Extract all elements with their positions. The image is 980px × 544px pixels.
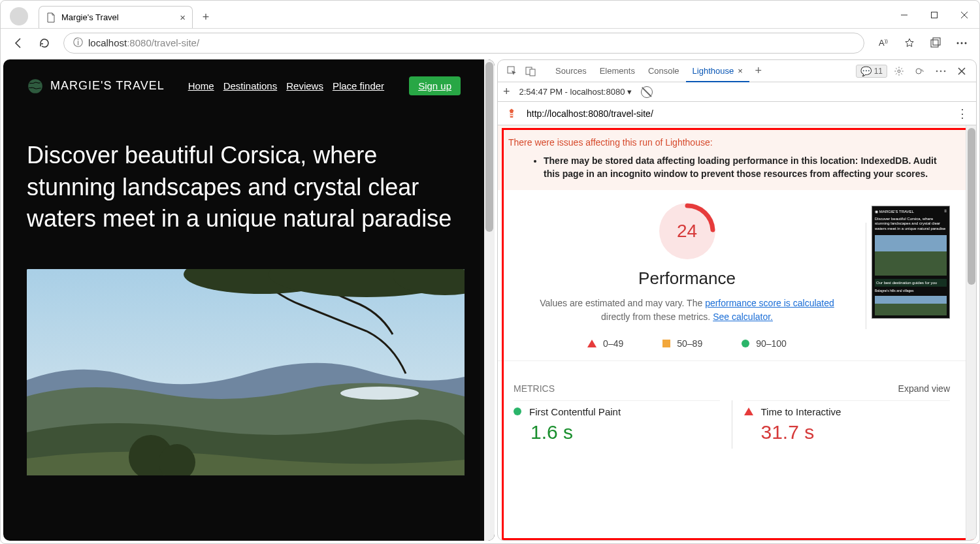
dropdown-icon: ▾ — [627, 87, 632, 97]
svg-point-20 — [898, 70, 900, 72]
profile-avatar[interactable] — [10, 7, 28, 25]
svg-point-8 — [965, 42, 967, 44]
svg-point-9 — [28, 79, 42, 93]
site-logo[interactable]: MARGIE'S TRAVEL — [27, 78, 165, 95]
highlight-frame — [502, 128, 973, 540]
svg-point-11 — [340, 387, 419, 400]
tab-lighthouse[interactable]: Lighthouse× — [686, 61, 749, 82]
lighthouse-icon — [506, 108, 517, 120]
tab-elements[interactable]: Elements — [593, 60, 642, 82]
hero-heading: Discover beautiful Corsica, where stunni… — [27, 140, 461, 235]
signup-button[interactable]: Sign up — [409, 76, 461, 95]
back-button[interactable] — [7, 32, 29, 54]
svg-rect-29 — [510, 115, 514, 116]
url-port: :8080 — [127, 37, 152, 48]
new-report-button[interactable]: + — [503, 85, 510, 99]
inspect-element-icon[interactable] — [503, 62, 521, 80]
devtools-menu-icon[interactable] — [932, 62, 950, 80]
svg-point-22 — [936, 70, 938, 72]
page-scrollbar[interactable] — [484, 59, 495, 541]
url-host: localhost — [88, 37, 127, 48]
device-toggle-icon[interactable] — [521, 62, 540, 80]
svg-rect-5 — [933, 38, 940, 45]
tab-console[interactable]: Console — [642, 60, 686, 82]
svg-point-21 — [916, 69, 921, 74]
nav-place-finder[interactable]: Place finder — [333, 80, 384, 91]
minimize-button[interactable] — [889, 2, 919, 28]
clear-reports-icon[interactable] — [641, 86, 653, 98]
tab-sources[interactable]: Sources — [549, 60, 593, 82]
site-info-icon[interactable]: ⓘ — [73, 37, 83, 49]
svg-rect-4 — [931, 40, 938, 47]
globe-icon — [27, 78, 44, 95]
hero-image — [27, 269, 465, 475]
read-aloud-icon[interactable]: A)) — [872, 32, 894, 54]
svg-point-23 — [940, 70, 942, 72]
close-tab-icon[interactable]: × — [180, 12, 186, 23]
audited-url: http://localhost:8080/travel-site/ — [527, 108, 653, 119]
favorite-icon[interactable] — [898, 32, 921, 54]
report-menu-icon[interactable]: ⋮ — [956, 106, 968, 121]
browser-tab-active[interactable]: Margie's Travel × — [39, 6, 193, 28]
svg-point-24 — [944, 70, 946, 72]
svg-rect-1 — [932, 12, 938, 18]
page-viewport: MARGIE'S TRAVEL Home Destinations Review… — [3, 59, 495, 541]
nav-home[interactable]: Home — [188, 80, 214, 91]
svg-rect-19 — [530, 69, 535, 76]
close-tab-lighthouse-icon[interactable]: × — [738, 66, 743, 76]
address-bar[interactable]: ⓘ localhost:8080/travel-site/ — [63, 33, 864, 54]
svg-point-7 — [961, 42, 963, 44]
page-icon — [46, 12, 56, 23]
brand-text: MARGIE'S TRAVEL — [50, 79, 165, 93]
devtools-settings-icon[interactable] — [890, 62, 908, 80]
svg-rect-27 — [510, 112, 514, 118]
devtools-close-icon[interactable] — [953, 62, 971, 80]
tab-title: Margie's Travel — [61, 12, 119, 22]
feedback-icon[interactable] — [911, 62, 929, 80]
svg-rect-28 — [510, 113, 514, 114]
settings-menu-icon[interactable] — [951, 32, 973, 54]
more-tabs-icon[interactable]: + — [749, 62, 768, 80]
devtools-panel: Sources Elements Console Lighthouse× + 💬… — [497, 59, 977, 541]
new-tab-button[interactable]: + — [197, 8, 215, 26]
issues-counter[interactable]: 💬11 — [856, 65, 887, 78]
chat-icon: 💬 — [860, 66, 872, 76]
close-window-button[interactable] — [949, 2, 979, 28]
maximize-button[interactable] — [919, 2, 949, 28]
report-scrollbar[interactable] — [966, 125, 976, 540]
svg-point-6 — [957, 42, 959, 44]
nav-destinations[interactable]: Destinations — [223, 80, 278, 91]
refresh-button[interactable] — [33, 32, 56, 54]
nav-reviews[interactable]: Reviews — [286, 80, 323, 91]
collections-icon[interactable] — [924, 32, 947, 54]
url-path: /travel-site/ — [152, 37, 199, 48]
report-selector[interactable]: 2:54:47 PM - localhost:8080▾ — [519, 87, 632, 97]
